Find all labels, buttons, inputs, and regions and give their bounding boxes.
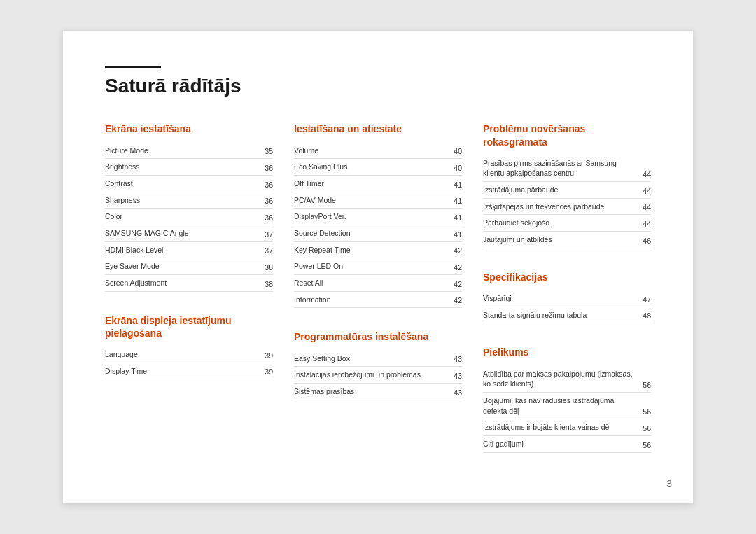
section-title-0-1: Ekrāna displeja iestatījumu pielāgošana — [105, 314, 273, 339]
toc-label: Jautājumi un atbildes — [483, 234, 643, 245]
toc-page: 43 — [454, 372, 462, 380]
toc-page: 40 — [454, 164, 462, 172]
title-bar — [105, 66, 161, 68]
toc-label: Izstrādājums ir bojāts klienta vainas dē… — [483, 422, 643, 433]
toc-row: Izstrādājums ir bojāts klienta vainas dē… — [483, 419, 651, 436]
toc-row: Language39 — [105, 346, 273, 363]
toc-page: 56 — [643, 441, 651, 449]
section-title-2-0: Problēmu novēršanas rokasgrāmata — [483, 122, 651, 148]
toc-row: Izšķirtspējas un frekvences pārbaude44 — [483, 199, 651, 216]
section-2-0: Problēmu novēršanas rokasgrāmataPrasības… — [483, 122, 651, 248]
toc-row: Prasības pirms sazināšanās ar Samsung kl… — [483, 155, 651, 182]
toc-page: 39 — [265, 367, 273, 376]
toc-label: Information — [294, 295, 454, 305]
toc-label: Off Timer — [294, 178, 454, 189]
toc-label: Language — [105, 349, 265, 360]
toc-page: 39 — [265, 351, 273, 360]
toc-page: 47 — [643, 295, 651, 304]
toc-label: Reset All — [294, 278, 454, 288]
section-1-1: Programmatūras instalēšanaEasy Setting B… — [294, 330, 462, 400]
toc-row: Easy Setting Box43 — [294, 351, 462, 367]
column-2: Iestatīšana un atiestateVolume40Eco Savi… — [294, 122, 462, 475]
content-grid: Ekrāna iestatīšanaPicture Mode35Brightne… — [105, 122, 651, 475]
toc-label: DisplayPort Ver. — [294, 211, 454, 222]
section-1-0: Iestatīšana un atiestateVolume40Eco Savi… — [294, 122, 462, 308]
toc-row: Izstrādājuma pārbaude44 — [483, 182, 651, 199]
toc-page: 44 — [643, 187, 651, 195]
toc-row: Atbildība par maksas pakalpojumu (izmaks… — [483, 366, 651, 393]
toc-page: 56 — [643, 381, 651, 389]
toc-label: SAMSUNG MAGIC Angle — [105, 228, 265, 239]
toc-label: Source Detection — [294, 228, 454, 239]
toc-label: Easy Setting Box — [294, 353, 454, 364]
toc-page: 36 — [265, 197, 273, 205]
toc-page: 35 — [265, 147, 273, 155]
toc-row: Instalācijas ierobežojumi un problēmas43 — [294, 367, 462, 384]
toc-page: 41 — [454, 181, 462, 189]
toc-page: 43 — [454, 388, 462, 397]
toc-label: Pārbaudiet sekojošo. — [483, 218, 643, 228]
toc-page: 42 — [454, 263, 462, 272]
section-2-1: SpecifikācijasVispārīgi47Standarta signā… — [483, 271, 651, 324]
toc-page: 43 — [454, 355, 462, 363]
toc-row: Source Detection41 — [294, 225, 462, 242]
toc-page: 37 — [265, 246, 273, 255]
toc-label: Screen Adjustment — [105, 278, 265, 288]
section-0-0: Ekrāna iestatīšanaPicture Mode35Brightne… — [105, 122, 273, 291]
toc-row: Vispārīgi47 — [483, 290, 651, 307]
toc-label: Eco Saving Plus — [294, 162, 454, 172]
toc-label: Vispārīgi — [483, 293, 643, 304]
toc-page: 41 — [454, 230, 462, 239]
toc-row: Picture Mode35 — [105, 143, 273, 160]
toc-row: DisplayPort Ver.41 — [294, 209, 462, 225]
column-3: Problēmu novēršanas rokasgrāmataPrasības… — [483, 122, 651, 475]
toc-row: Volume40 — [294, 143, 462, 160]
toc-page: 42 — [454, 280, 462, 288]
toc-label: Citi gadījumi — [483, 439, 643, 449]
toc-page: 44 — [643, 220, 651, 228]
toc-page: 56 — [643, 407, 651, 416]
toc-row: Sharpness36 — [105, 192, 273, 209]
toc-row: Brightness36 — [105, 159, 273, 176]
toc-page: 44 — [643, 203, 651, 211]
page-title: Saturā rādītājs — [105, 75, 651, 97]
column-1: Ekrāna iestatīšanaPicture Mode35Brightne… — [105, 122, 273, 475]
toc-page: 46 — [643, 237, 651, 245]
toc-row: Off Timer41 — [294, 176, 462, 192]
section-title-2-2: Pielikums — [483, 346, 651, 358]
toc-page: 38 — [265, 280, 273, 288]
toc-label: Eye Saver Mode — [105, 261, 265, 272]
toc-label: Sistēmas prasības — [294, 386, 454, 397]
toc-label: Picture Mode — [105, 146, 265, 156]
toc-row: Standarta signālu režīmu tabula48 — [483, 307, 651, 324]
toc-page: 40 — [454, 147, 462, 155]
toc-label: Izstrādājuma pārbaude — [483, 185, 643, 195]
toc-label: Color — [105, 211, 265, 222]
toc-label: Standarta signālu režīmu tabula — [483, 310, 643, 321]
toc-label: Atbildība par maksas pakalpojumu (izmaks… — [483, 369, 643, 389]
section-2-2: PielikumsAtbildība par maksas pakalpojum… — [483, 346, 651, 452]
toc-page: 41 — [454, 213, 462, 222]
page-number: 3 — [666, 478, 672, 489]
toc-label: Prasības pirms sazināšanās ar Samsung kl… — [483, 158, 643, 178]
toc-row: PC/AV Mode41 — [294, 192, 462, 209]
toc-label: PC/AV Mode — [294, 195, 454, 206]
section-title-0-0: Ekrāna iestatīšana — [105, 122, 273, 135]
toc-row: Screen Adjustment38 — [105, 275, 273, 292]
toc-page: 41 — [454, 197, 462, 205]
toc-label: Sharpness — [105, 195, 265, 206]
toc-label: Brightness — [105, 162, 265, 172]
toc-label: Key Repeat Time — [294, 245, 454, 255]
section-title-1-1: Programmatūras instalēšana — [294, 330, 462, 343]
toc-page: 37 — [265, 230, 273, 239]
toc-row: Eye Saver Mode38 — [105, 258, 273, 275]
toc-row: HDMI Black Level37 — [105, 242, 273, 259]
toc-label: Instalācijas ierobežojumi un problēmas — [294, 370, 454, 380]
toc-row: Key Repeat Time42 — [294, 242, 462, 259]
toc-page: 36 — [265, 213, 273, 222]
section-title-1-0: Iestatīšana un atiestate — [294, 122, 462, 135]
toc-label: Bojājumi, kas nav radušies izstrādājuma … — [483, 395, 643, 416]
toc-row: Information42 — [294, 292, 462, 309]
section-title-2-1: Specifikācijas — [483, 271, 651, 283]
toc-row: Pārbaudiet sekojošo.44 — [483, 215, 651, 232]
